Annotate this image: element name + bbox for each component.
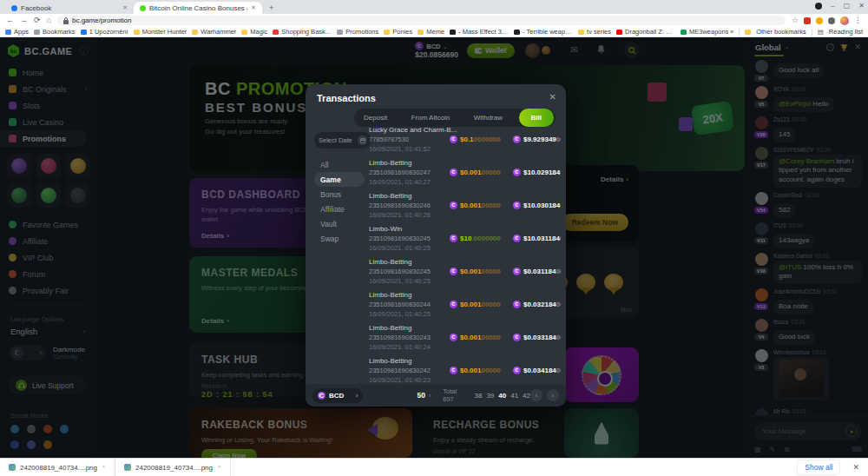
- bookmark-item[interactable]: Monster Hunter: [134, 28, 187, 36]
- page-number[interactable]: 42: [523, 392, 530, 400]
- bookmark-item[interactable]: Apps: [5, 28, 29, 36]
- download-item[interactable]: 242008819_40734....png ⌃: [0, 459, 115, 476]
- bookmark-folder-icon: [273, 30, 279, 35]
- filter-item[interactable]: All: [314, 157, 365, 172]
- page-number[interactable]: 41: [510, 392, 518, 400]
- page-number[interactable]: 39: [486, 392, 494, 400]
- other-bookmarks[interactable]: Other bookmarks: [756, 28, 806, 36]
- transaction-name: Limbo-Betting: [369, 159, 450, 167]
- modal-footer: C BCD › 50 › Total 697 38 39 40 41: [306, 384, 566, 407]
- show-all-button[interactable]: Show all: [797, 459, 840, 475]
- bookmark-item[interactable]: - Mass Effect 3 - Th...: [450, 28, 509, 36]
- bookmark-item[interactable]: Ponies: [384, 28, 412, 36]
- next-page-button[interactable]: ›: [547, 389, 559, 401]
- reload-button[interactable]: ⟳: [34, 17, 41, 24]
- chevron-up-icon[interactable]: ⌃: [217, 465, 221, 471]
- transaction-time: 16/09/2021, 01:40:25: [369, 277, 450, 285]
- filter-item[interactable]: Swap: [314, 231, 365, 246]
- bookmark-item[interactable]: Warhammer: [192, 28, 236, 36]
- chevron-right-icon: ›: [356, 393, 358, 399]
- back-button[interactable]: ←: [6, 17, 14, 24]
- transaction-name: Limbo-Betting: [369, 258, 450, 266]
- bookmark-label: Shopping Basket -...: [281, 28, 332, 36]
- transaction-info: Limbo-Betting 23510981690830242 16/09/20…: [369, 357, 450, 384]
- transaction-info: Limbo-Betting 23510981690830245 16/09/20…: [369, 258, 450, 285]
- transaction-row[interactable]: Limbo-Betting 23510981690830242 16/09/20…: [369, 354, 561, 384]
- bookmark-item[interactable]: tv series: [578, 28, 611, 36]
- page-number[interactable]: 40: [498, 392, 506, 400]
- transaction-row[interactable]: Lucky Grace and Charm-B... 77859787530 1…: [369, 122, 561, 155]
- bookmark-item[interactable]: Meme: [418, 28, 444, 36]
- browser-tab[interactable]: Bitcoin Online Casino Bonuses a ✕: [134, 2, 262, 14]
- filter-item[interactable]: Game: [314, 172, 365, 187]
- bookmark-item[interactable]: 1 Upozornění: [81, 28, 128, 36]
- bookmark-folder-icon: [418, 30, 424, 35]
- bookmark-label: Promotions: [345, 28, 378, 36]
- transaction-amount: C $0.00100000: [450, 301, 513, 308]
- filter-item[interactable]: Vault: [314, 216, 365, 231]
- prev-page-button[interactable]: ‹: [530, 389, 542, 401]
- forward-button[interactable]: →: [20, 17, 28, 24]
- transaction-row[interactable]: Limbo-Win 23510981690830245 16/09/2021, …: [369, 221, 561, 255]
- transaction-row[interactable]: Limbo-Betting 23510981690830246 16/09/20…: [369, 188, 561, 221]
- profile-avatar[interactable]: [840, 17, 849, 25]
- bcd-coin-icon: C: [513, 235, 521, 242]
- bcd-coin-icon: C: [318, 392, 326, 400]
- bookmark-item[interactable]: ME3weapons: [681, 28, 728, 36]
- bookmark-item[interactable]: Shopping Basket -...: [273, 28, 332, 36]
- bookmark-item[interactable]: Dragonball Z: Battle...: [616, 28, 675, 36]
- filter-item[interactable]: Bonus: [314, 187, 365, 202]
- tab-close-icon[interactable]: ✕: [251, 4, 256, 11]
- tab-favicon: [140, 5, 146, 11]
- bookmark-folder-icon: [450, 30, 456, 35]
- modal-close-icon[interactable]: ✕: [549, 92, 556, 102]
- bookmark-folder-icon: [384, 30, 390, 35]
- maximize-button[interactable]: ▢: [844, 2, 851, 10]
- menu-icon[interactable]: ⋮: [854, 17, 862, 24]
- reading-list[interactable]: Reading list: [829, 28, 863, 36]
- transaction-balance: C $0.03418400: [513, 367, 561, 374]
- transaction-row[interactable]: Limbo-Betting 23510981690830243 16/09/20…: [369, 321, 561, 354]
- bookmark-item[interactable]: - Terrible weapons t...: [514, 28, 573, 36]
- bcd-coin-icon: C: [513, 301, 521, 308]
- page-size-selector[interactable]: 50 ›: [417, 391, 431, 400]
- calendar-icon: [358, 136, 367, 145]
- browser-toolbar: ← → ⟳ ⌂ bc.game/promotion ☆ ⋮: [0, 14, 868, 27]
- bookmark-star-icon[interactable]: ☆: [792, 17, 799, 24]
- extension-orange-icon[interactable]: [816, 17, 823, 24]
- bookmark-item[interactable]: Promotions: [337, 28, 378, 36]
- transaction-row[interactable]: Limbo-Betting 23510981690830245 16/09/20…: [369, 255, 561, 288]
- page-number[interactable]: 38: [474, 392, 482, 400]
- bookmark-folder-icon: [81, 30, 87, 35]
- home-button[interactable]: ⌂: [47, 17, 51, 24]
- new-tab-button[interactable]: +: [269, 3, 273, 12]
- close-button[interactable]: ✕: [858, 2, 865, 10]
- extension-icon[interactable]: [815, 3, 822, 10]
- tab-close-icon[interactable]: ✕: [122, 4, 128, 11]
- select-date-dropdown[interactable]: Select Date: [314, 132, 372, 149]
- chevron-right-icon: ›: [429, 393, 431, 399]
- transaction-row[interactable]: Limbo-Betting 23510981690830244 16/09/20…: [369, 288, 561, 321]
- image-file-icon: [124, 464, 131, 471]
- transaction-list: Lucky Grace and Charm-B... 77859787530 1…: [369, 122, 561, 384]
- modal-title: Transactions: [317, 93, 376, 103]
- bookmark-list: Apps Bookmarks 1 Upozornění Monster Hunt…: [5, 28, 730, 36]
- transaction-id: 77859787530: [369, 136, 450, 143]
- transaction-amount: C $0.10000000: [450, 136, 513, 143]
- address-bar[interactable]: bc.game/promotion: [57, 16, 786, 25]
- filter-item[interactable]: Affiliate: [314, 202, 365, 216]
- extension-red-icon[interactable]: [804, 17, 811, 24]
- transaction-id: 23510981690830244: [369, 301, 450, 308]
- bookmark-folder-icon: [241, 30, 247, 35]
- downloads-close-icon[interactable]: ✕: [852, 463, 859, 472]
- browser-tab[interactable]: Facebook ✕: [5, 2, 134, 14]
- download-item[interactable]: 242008819_40734....png ⌃: [115, 459, 231, 476]
- bookmarks-overflow-icon[interactable]: »: [730, 28, 733, 36]
- extension-dark-icon[interactable]: [828, 17, 835, 24]
- transaction-row[interactable]: Limbo-Betting 23510981690830247 16/09/20…: [369, 155, 561, 188]
- currency-selector[interactable]: C BCD ›: [312, 388, 363, 403]
- chevron-up-icon[interactable]: ⌃: [102, 465, 106, 471]
- minimize-button[interactable]: –: [831, 2, 834, 10]
- bookmark-item[interactable]: Bookmarks: [34, 28, 76, 36]
- bookmark-item[interactable]: Magic: [241, 28, 267, 36]
